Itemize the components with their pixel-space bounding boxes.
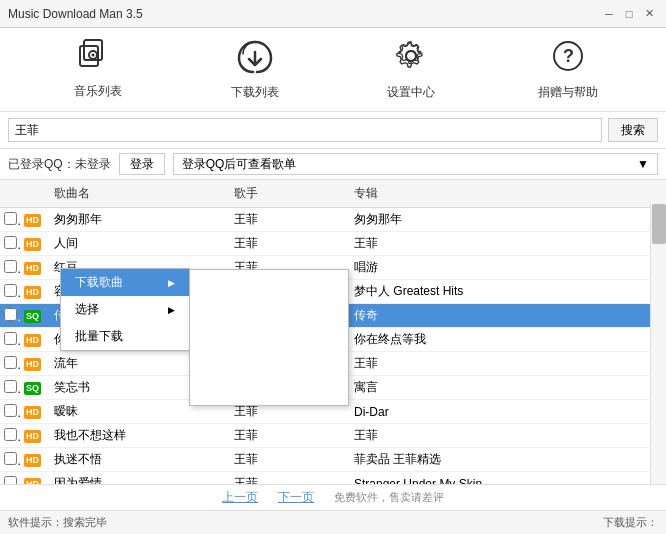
maximize-button[interactable]: □ (620, 5, 638, 23)
row-check[interactable] (0, 329, 20, 351)
row-artist: 王菲 (230, 232, 350, 255)
header-check (0, 183, 20, 204)
login-button[interactable]: 登录 (119, 153, 165, 175)
submenu-hq[interactable]: 高质量(HQ格式) (190, 324, 348, 351)
free-info: 免费软件，售卖请差评 (334, 490, 444, 505)
table-row[interactable]: HD 执迷不悟 王菲 菲卖品 王菲精选 (0, 448, 666, 472)
submenu-m4a[interactable]: 低质量(M4A格式) (190, 270, 348, 297)
status-bar: 软件提示：搜索完毕 下载提示： (0, 510, 666, 534)
row-album: 唱游 (350, 256, 666, 279)
music-list-nav[interactable]: 音乐列表 (58, 38, 138, 101)
context-download-chevron: ▶ (168, 278, 175, 288)
row-check[interactable] (0, 233, 20, 255)
help-icon: ? (548, 38, 588, 80)
row-badge: HD (20, 401, 50, 422)
quality-badge: SQ (24, 310, 41, 323)
svg-text:?: ? (563, 46, 574, 66)
context-batch-item[interactable]: 批量下载 (61, 323, 189, 350)
soft-tip: 软件提示：搜索完毕 (8, 515, 107, 530)
download-list-nav[interactable]: 下载列表 (215, 38, 295, 101)
row-album: 传奇 (350, 304, 666, 327)
song-list-dropdown[interactable]: 登录QQ后可查看歌单 ▼ (173, 153, 658, 175)
header-album: 专辑 (350, 183, 650, 204)
row-check[interactable] (0, 257, 20, 279)
table-row[interactable]: HD 我也不想这样 王菲 王菲 (0, 424, 666, 448)
row-check[interactable] (0, 305, 20, 327)
table-row[interactable]: HD 匆匆那年 王菲 匆匆那年 (0, 208, 666, 232)
row-badge: HD (20, 257, 50, 278)
row-badge: HD (20, 329, 50, 350)
pagination: 上一页 下一页 免费软件，售卖请差评 (0, 484, 666, 510)
row-artist: 王菲 (230, 208, 350, 231)
table-header: 歌曲名 歌手 专辑 (0, 180, 666, 208)
row-check[interactable] (0, 425, 20, 447)
row-badge: SQ (20, 305, 50, 326)
window-controls: ─ □ ✕ (600, 5, 658, 23)
row-album: 王菲 (350, 424, 666, 447)
row-song-name: 匆匆那年 (50, 208, 230, 231)
close-button[interactable]: ✕ (640, 5, 658, 23)
login-bar: 已登录QQ：未登录 登录 登录QQ后可查看歌单 ▼ (0, 149, 666, 180)
context-select-chevron: ▶ (168, 305, 175, 315)
music-list-label: 音乐列表 (74, 83, 122, 100)
row-artist: 王菲 (230, 472, 350, 484)
context-select-item[interactable]: 选择 ▶ (61, 296, 189, 323)
row-badge: HD (20, 353, 50, 374)
search-button[interactable]: 搜索 (608, 118, 658, 142)
search-input[interactable] (8, 118, 602, 142)
row-check[interactable] (0, 281, 20, 303)
quality-badge: HD (24, 478, 41, 484)
context-download-label: 下载歌曲 (75, 274, 123, 291)
row-check[interactable] (0, 449, 20, 471)
row-album: 寓言 (350, 376, 666, 399)
row-album: 王菲 (350, 232, 666, 255)
quality-badge: HD (24, 286, 41, 299)
quality-badge: HD (24, 262, 41, 275)
scrollbar-track[interactable] (650, 204, 666, 484)
row-check[interactable] (0, 377, 20, 399)
minimize-button[interactable]: ─ (600, 5, 618, 23)
row-check[interactable] (0, 473, 20, 485)
row-check[interactable] (0, 209, 20, 231)
row-song-name: 人间 (50, 232, 230, 255)
login-status: 已登录QQ：未登录 (8, 156, 111, 173)
quality-badge: HD (24, 214, 41, 227)
download-tip: 下载提示： (603, 515, 658, 530)
settings-nav[interactable]: 设置中心 (371, 38, 451, 101)
app-container: 音乐列表 下载列表 (0, 28, 666, 534)
row-badge: SQ (20, 377, 50, 398)
row-check[interactable] (0, 401, 20, 423)
row-badge: HD (20, 473, 50, 484)
toolbar: 音乐列表 下载列表 (0, 28, 666, 112)
help-label: 捐赠与帮助 (538, 84, 598, 101)
music-list-icon (78, 38, 118, 79)
song-table: 歌曲名 歌手 专辑 HD 匆匆那年 王菲 匆匆那年 HD 人间 王菲 王菲 (0, 180, 666, 484)
context-download-item[interactable]: 下载歌曲 ▶ 低质量(M4A格式) 普通质量(MP3格式) 高质量(HQ格式) … (61, 269, 189, 296)
download-list-icon (235, 38, 275, 80)
row-song-name: 我也不想这样 (50, 424, 230, 447)
row-album: 匆匆那年 (350, 208, 666, 231)
header-badge (20, 183, 50, 204)
row-check[interactable] (0, 353, 20, 375)
row-badge: HD (20, 449, 50, 470)
context-batch-label: 批量下载 (75, 328, 123, 345)
table-row[interactable]: HD 人间 王菲 王菲 (0, 232, 666, 256)
next-page-link[interactable]: 下一页 (278, 489, 314, 506)
download-list-label: 下载列表 (231, 84, 279, 101)
settings-label: 设置中心 (387, 84, 435, 101)
quality-badge: SQ (24, 382, 41, 395)
prev-page-link[interactable]: 上一页 (222, 489, 258, 506)
row-album: Di-Dar (350, 402, 666, 422)
help-nav[interactable]: ? 捐赠与帮助 (528, 38, 608, 101)
submenu-flac[interactable]: 无损(FLAC格式) (190, 378, 348, 405)
table-row[interactable]: HD 因为爱情 王菲 Stranger Under My Skin (0, 472, 666, 484)
settings-icon (391, 38, 431, 80)
row-album: 菲卖品 王菲精选 (350, 448, 666, 471)
dropdown-text: 登录QQ后可查看歌单 (182, 156, 297, 173)
scrollbar-thumb[interactable] (652, 204, 666, 244)
submenu-ape[interactable]: 无损(APE格式) (190, 351, 348, 378)
header-artist: 歌手 (230, 183, 350, 204)
row-badge: HD (20, 425, 50, 446)
row-album: Stranger Under My Skin (350, 474, 666, 485)
submenu-mp3[interactable]: 普通质量(MP3格式) (190, 297, 348, 324)
